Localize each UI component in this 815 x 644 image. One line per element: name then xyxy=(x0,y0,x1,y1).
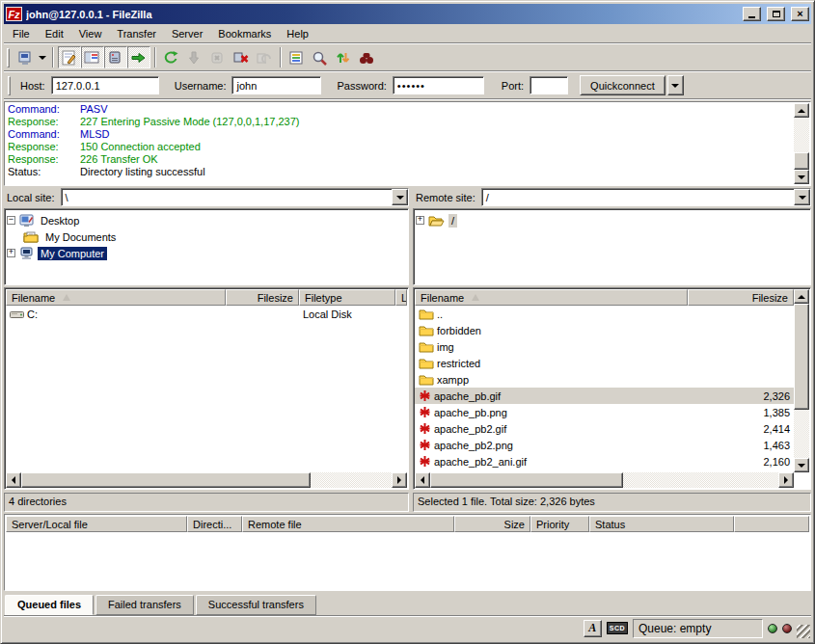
cancel-icon xyxy=(209,50,227,66)
column-header-status[interactable]: Status xyxy=(589,516,734,532)
file-row[interactable]: restricted xyxy=(415,355,794,371)
remote-tree-icon xyxy=(107,50,124,66)
column-header-priority[interactable]: Priority xyxy=(530,516,589,532)
process-queue-button[interactable] xyxy=(183,46,206,68)
site-manager-button[interactable] xyxy=(14,46,37,68)
file-row[interactable]: xampp xyxy=(415,371,794,388)
tab-successful-transfers[interactable]: Successful transfers xyxy=(196,595,316,615)
file-row[interactable]: img xyxy=(415,338,794,355)
column-header-filename[interactable]: Filename xyxy=(415,289,688,306)
scroll-down-button[interactable] xyxy=(794,170,809,184)
disconnect-button[interactable] xyxy=(230,46,253,68)
toggle-queue-button[interactable] xyxy=(127,46,150,68)
scroll-track[interactable] xyxy=(21,472,392,488)
maximize-button[interactable] xyxy=(767,7,785,21)
scroll-left-button[interactable] xyxy=(6,472,21,488)
folder-icon xyxy=(419,308,434,320)
site-manager-dropdown[interactable] xyxy=(37,46,48,68)
title-bar[interactable]: Fz john@127.0.0.1 - FileZilla × xyxy=(4,4,811,24)
scroll-left-button[interactable] xyxy=(415,472,430,488)
toggle-local-tree-button[interactable] xyxy=(81,46,104,68)
file-row[interactable]: apache_pb2.png 1,463 xyxy=(415,437,794,453)
menu-bookmarks[interactable]: Bookmarks xyxy=(210,26,279,41)
refresh-button[interactable] xyxy=(160,46,183,68)
cancel-button[interactable] xyxy=(206,46,230,68)
scroll-thumb[interactable] xyxy=(430,472,623,488)
scroll-thumb[interactable] xyxy=(794,152,809,170)
tab-queued-files[interactable]: Queued files xyxy=(5,595,94,615)
column-header-filename[interactable]: Filename xyxy=(6,289,226,306)
scroll-down-button[interactable] xyxy=(794,458,809,472)
menu-edit[interactable]: Edit xyxy=(38,26,71,41)
tree-item-desktop[interactable]: − Desktop xyxy=(7,212,406,228)
port-input[interactable] xyxy=(530,76,568,94)
column-header-direction[interactable]: Directi... xyxy=(187,516,242,532)
column-header-lastmodified[interactable]: L xyxy=(395,289,407,306)
quickbar-grip[interactable] xyxy=(8,76,11,95)
file-row[interactable]: apache_pb2_ani.gif 2,160 xyxy=(415,453,794,470)
menu-server[interactable]: Server xyxy=(164,26,210,41)
file-name: xampp xyxy=(437,374,469,386)
menu-view[interactable]: View xyxy=(71,26,110,41)
local-site-label: Local site: xyxy=(4,192,61,203)
column-header-filetype[interactable]: Filetype xyxy=(299,289,395,306)
file-row-selected[interactable]: apache_pb.gif 2,326 xyxy=(415,388,794,404)
expand-icon[interactable]: + xyxy=(416,216,424,225)
toggle-remote-tree-button[interactable] xyxy=(104,46,127,68)
expand-icon[interactable]: + xyxy=(7,249,15,257)
toggle-message-log-button[interactable] xyxy=(58,46,81,68)
synchronized-browsing-button[interactable] xyxy=(332,46,355,68)
resize-grip-icon[interactable] xyxy=(797,625,810,638)
collapse-icon[interactable]: − xyxy=(7,216,15,225)
remote-site-combobox[interactable]: / xyxy=(481,188,811,206)
queue-tabs: Queued files Failed transfers Successful… xyxy=(4,591,811,615)
log-vertical-scrollbar[interactable] xyxy=(794,103,809,184)
minimize-button[interactable] xyxy=(743,7,761,21)
file-row[interactable]: apache_pb.png 1,385 xyxy=(415,404,794,420)
menu-help[interactable]: Help xyxy=(279,26,316,41)
scroll-up-button[interactable] xyxy=(794,103,809,118)
tree-item-root[interactable]: + / xyxy=(416,212,808,228)
scroll-right-button[interactable] xyxy=(778,472,794,488)
host-label: Host: xyxy=(20,80,45,92)
scroll-track[interactable] xyxy=(794,118,809,170)
column-header-filesize[interactable]: Filesize xyxy=(226,289,299,306)
remote-site-value: / xyxy=(486,192,489,203)
host-input[interactable] xyxy=(51,76,159,94)
remote-vertical-scrollbar[interactable] xyxy=(794,289,809,488)
file-row[interactable]: forbidden xyxy=(415,322,794,338)
scroll-thumb[interactable] xyxy=(21,472,311,488)
username-input[interactable] xyxy=(231,76,321,94)
menu-transfer[interactable]: Transfer xyxy=(109,26,164,41)
remote-site-dropdown[interactable] xyxy=(794,189,810,205)
remote-horizontal-scrollbar[interactable] xyxy=(415,472,794,488)
column-header-size[interactable]: Size xyxy=(454,516,530,532)
scroll-track[interactable] xyxy=(430,472,778,488)
directory-comparison-button[interactable] xyxy=(309,46,332,68)
find-files-button[interactable] xyxy=(355,46,378,68)
quickconnect-button[interactable]: Quickconnect xyxy=(580,75,666,95)
password-input[interactable] xyxy=(393,76,484,94)
column-header-remote-file[interactable]: Remote file xyxy=(242,516,454,532)
local-site-combobox[interactable]: \ xyxy=(61,188,409,206)
scroll-up-button[interactable] xyxy=(794,289,809,304)
tree-item-my-documents[interactable]: My Documents xyxy=(7,228,406,245)
tab-failed-transfers[interactable]: Failed transfers xyxy=(95,595,194,615)
file-row-c-drive[interactable]: C: Local Disk xyxy=(6,306,407,322)
file-row[interactable]: .. xyxy=(415,306,794,322)
tree-item-my-computer[interactable]: + My Computer xyxy=(7,245,406,261)
local-site-dropdown[interactable] xyxy=(392,189,408,205)
directory-filters-button[interactable] xyxy=(285,46,309,68)
scroll-thumb[interactable] xyxy=(794,304,809,410)
quickconnect-dropdown[interactable] xyxy=(667,75,684,95)
scroll-track[interactable] xyxy=(794,304,809,458)
reconnect-button[interactable] xyxy=(253,46,276,68)
menu-file[interactable]: File xyxy=(5,26,38,41)
column-header-filesize[interactable]: Filesize xyxy=(688,289,794,306)
local-horizontal-scrollbar[interactable] xyxy=(6,472,407,488)
toolbar-grip[interactable] xyxy=(7,48,10,67)
close-button[interactable]: × xyxy=(791,7,809,21)
scroll-right-button[interactable] xyxy=(392,472,407,488)
column-header-server-local-file[interactable]: Server/Local file xyxy=(6,516,187,532)
file-row[interactable]: apache_pb2.gif 2,414 xyxy=(415,420,794,437)
